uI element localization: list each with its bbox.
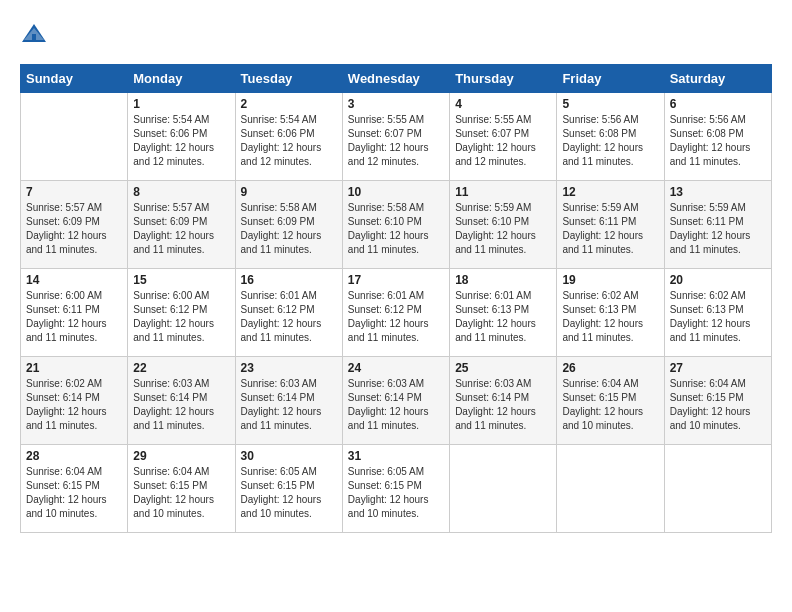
cell-sun-info: Sunrise: 5:56 AMSunset: 6:08 PMDaylight:… [670,113,766,169]
day-number: 20 [670,273,766,287]
calendar-cell [557,445,664,533]
cell-sun-info: Sunrise: 6:04 AMSunset: 6:15 PMDaylight:… [562,377,658,433]
calendar-cell: 15Sunrise: 6:00 AMSunset: 6:12 PMDayligh… [128,269,235,357]
day-number: 4 [455,97,551,111]
weekday-header: Thursday [450,65,557,93]
day-number: 18 [455,273,551,287]
calendar-cell: 3Sunrise: 5:55 AMSunset: 6:07 PMDaylight… [342,93,449,181]
calendar-cell: 2Sunrise: 5:54 AMSunset: 6:06 PMDaylight… [235,93,342,181]
weekday-header: Saturday [664,65,771,93]
calendar-cell: 19Sunrise: 6:02 AMSunset: 6:13 PMDayligh… [557,269,664,357]
day-number: 11 [455,185,551,199]
cell-sun-info: Sunrise: 5:57 AMSunset: 6:09 PMDaylight:… [26,201,122,257]
logo-icon [20,20,48,48]
calendar-cell: 4Sunrise: 5:55 AMSunset: 6:07 PMDaylight… [450,93,557,181]
day-number: 17 [348,273,444,287]
page-header [20,20,772,48]
calendar-cell: 6Sunrise: 5:56 AMSunset: 6:08 PMDaylight… [664,93,771,181]
cell-sun-info: Sunrise: 5:54 AMSunset: 6:06 PMDaylight:… [133,113,229,169]
cell-sun-info: Sunrise: 6:02 AMSunset: 6:13 PMDaylight:… [670,289,766,345]
calendar-cell: 25Sunrise: 6:03 AMSunset: 6:14 PMDayligh… [450,357,557,445]
calendar-cell: 31Sunrise: 6:05 AMSunset: 6:15 PMDayligh… [342,445,449,533]
calendar-cell: 24Sunrise: 6:03 AMSunset: 6:14 PMDayligh… [342,357,449,445]
day-number: 13 [670,185,766,199]
day-number: 6 [670,97,766,111]
calendar-table: SundayMondayTuesdayWednesdayThursdayFrid… [20,64,772,533]
cell-sun-info: Sunrise: 6:03 AMSunset: 6:14 PMDaylight:… [133,377,229,433]
calendar-week-row: 7Sunrise: 5:57 AMSunset: 6:09 PMDaylight… [21,181,772,269]
day-number: 21 [26,361,122,375]
header-row: SundayMondayTuesdayWednesdayThursdayFrid… [21,65,772,93]
calendar-cell: 26Sunrise: 6:04 AMSunset: 6:15 PMDayligh… [557,357,664,445]
cell-sun-info: Sunrise: 6:03 AMSunset: 6:14 PMDaylight:… [455,377,551,433]
calendar-cell: 22Sunrise: 6:03 AMSunset: 6:14 PMDayligh… [128,357,235,445]
calendar-cell: 21Sunrise: 6:02 AMSunset: 6:14 PMDayligh… [21,357,128,445]
day-number: 27 [670,361,766,375]
calendar-cell: 13Sunrise: 5:59 AMSunset: 6:11 PMDayligh… [664,181,771,269]
day-number: 28 [26,449,122,463]
day-number: 12 [562,185,658,199]
day-number: 3 [348,97,444,111]
cell-sun-info: Sunrise: 5:55 AMSunset: 6:07 PMDaylight:… [348,113,444,169]
cell-sun-info: Sunrise: 6:03 AMSunset: 6:14 PMDaylight:… [241,377,337,433]
calendar-cell: 8Sunrise: 5:57 AMSunset: 6:09 PMDaylight… [128,181,235,269]
calendar-week-row: 21Sunrise: 6:02 AMSunset: 6:14 PMDayligh… [21,357,772,445]
weekday-header: Tuesday [235,65,342,93]
cell-sun-info: Sunrise: 5:58 AMSunset: 6:10 PMDaylight:… [348,201,444,257]
cell-sun-info: Sunrise: 6:01 AMSunset: 6:12 PMDaylight:… [241,289,337,345]
day-number: 30 [241,449,337,463]
day-number: 24 [348,361,444,375]
weekday-header: Sunday [21,65,128,93]
calendar-cell [664,445,771,533]
day-number: 19 [562,273,658,287]
cell-sun-info: Sunrise: 6:04 AMSunset: 6:15 PMDaylight:… [26,465,122,521]
calendar-body: 1Sunrise: 5:54 AMSunset: 6:06 PMDaylight… [21,93,772,533]
day-number: 16 [241,273,337,287]
cell-sun-info: Sunrise: 6:00 AMSunset: 6:12 PMDaylight:… [133,289,229,345]
day-number: 22 [133,361,229,375]
day-number: 1 [133,97,229,111]
calendar-cell [21,93,128,181]
calendar-cell: 9Sunrise: 5:58 AMSunset: 6:09 PMDaylight… [235,181,342,269]
day-number: 15 [133,273,229,287]
calendar-cell: 7Sunrise: 5:57 AMSunset: 6:09 PMDaylight… [21,181,128,269]
calendar-cell: 20Sunrise: 6:02 AMSunset: 6:13 PMDayligh… [664,269,771,357]
day-number: 8 [133,185,229,199]
day-number: 2 [241,97,337,111]
day-number: 14 [26,273,122,287]
cell-sun-info: Sunrise: 6:05 AMSunset: 6:15 PMDaylight:… [241,465,337,521]
calendar-cell: 11Sunrise: 5:59 AMSunset: 6:10 PMDayligh… [450,181,557,269]
calendar-cell: 5Sunrise: 5:56 AMSunset: 6:08 PMDaylight… [557,93,664,181]
calendar-cell: 18Sunrise: 6:01 AMSunset: 6:13 PMDayligh… [450,269,557,357]
calendar-cell: 30Sunrise: 6:05 AMSunset: 6:15 PMDayligh… [235,445,342,533]
calendar-cell: 10Sunrise: 5:58 AMSunset: 6:10 PMDayligh… [342,181,449,269]
calendar-cell: 23Sunrise: 6:03 AMSunset: 6:14 PMDayligh… [235,357,342,445]
day-number: 7 [26,185,122,199]
calendar-week-row: 28Sunrise: 6:04 AMSunset: 6:15 PMDayligh… [21,445,772,533]
calendar-cell: 28Sunrise: 6:04 AMSunset: 6:15 PMDayligh… [21,445,128,533]
cell-sun-info: Sunrise: 6:02 AMSunset: 6:13 PMDaylight:… [562,289,658,345]
day-number: 26 [562,361,658,375]
weekday-header: Monday [128,65,235,93]
cell-sun-info: Sunrise: 5:58 AMSunset: 6:09 PMDaylight:… [241,201,337,257]
calendar-cell [450,445,557,533]
calendar-cell: 27Sunrise: 6:04 AMSunset: 6:15 PMDayligh… [664,357,771,445]
cell-sun-info: Sunrise: 6:01 AMSunset: 6:12 PMDaylight:… [348,289,444,345]
calendar-cell: 1Sunrise: 5:54 AMSunset: 6:06 PMDaylight… [128,93,235,181]
calendar-cell: 12Sunrise: 5:59 AMSunset: 6:11 PMDayligh… [557,181,664,269]
cell-sun-info: Sunrise: 5:59 AMSunset: 6:11 PMDaylight:… [670,201,766,257]
day-number: 5 [562,97,658,111]
cell-sun-info: Sunrise: 5:59 AMSunset: 6:11 PMDaylight:… [562,201,658,257]
cell-sun-info: Sunrise: 5:56 AMSunset: 6:08 PMDaylight:… [562,113,658,169]
cell-sun-info: Sunrise: 6:01 AMSunset: 6:13 PMDaylight:… [455,289,551,345]
day-number: 23 [241,361,337,375]
weekday-header: Friday [557,65,664,93]
cell-sun-info: Sunrise: 5:54 AMSunset: 6:06 PMDaylight:… [241,113,337,169]
cell-sun-info: Sunrise: 5:55 AMSunset: 6:07 PMDaylight:… [455,113,551,169]
cell-sun-info: Sunrise: 6:04 AMSunset: 6:15 PMDaylight:… [670,377,766,433]
cell-sun-info: Sunrise: 6:00 AMSunset: 6:11 PMDaylight:… [26,289,122,345]
day-number: 9 [241,185,337,199]
day-number: 25 [455,361,551,375]
cell-sun-info: Sunrise: 6:04 AMSunset: 6:15 PMDaylight:… [133,465,229,521]
calendar-cell: 17Sunrise: 6:01 AMSunset: 6:12 PMDayligh… [342,269,449,357]
